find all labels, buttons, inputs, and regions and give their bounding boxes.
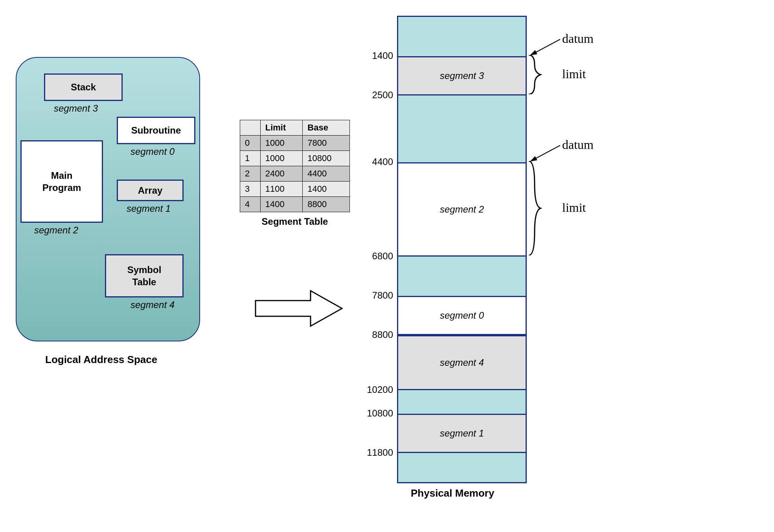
- segment-label: segment 0: [131, 146, 175, 157]
- segment-table: Limit Base 0 1000 7800 1 1000 10800 2 24…: [240, 120, 350, 212]
- physical-memory-bar: segment 3 segment 2 segment 0 segment 4 …: [397, 16, 527, 483]
- cell: 1: [240, 151, 261, 166]
- phys-tick: 6800: [360, 251, 393, 262]
- brace-icon: [527, 161, 542, 255]
- cell: 8800: [303, 197, 350, 212]
- col-base: Base: [303, 120, 350, 136]
- physical-slot-label: segment 3: [440, 70, 484, 81]
- physical-slot-segment-0: segment 0: [398, 296, 526, 335]
- physical-slot-segment-2: segment 2: [398, 162, 526, 257]
- brace-icon: [527, 55, 542, 94]
- segment-label: segment 1: [127, 203, 171, 214]
- cell: 4: [240, 197, 261, 212]
- cell: 1000: [260, 151, 303, 166]
- segment-table-wrap: Limit Base 0 1000 7800 1 1000 10800 2 24…: [240, 120, 350, 227]
- cell: 2: [240, 166, 261, 182]
- segment-label: segment 3: [54, 103, 98, 114]
- segment-box-main-program: MainProgram: [20, 140, 103, 223]
- table-row: 0 1000 7800: [240, 136, 350, 151]
- cell: 0: [240, 136, 261, 151]
- table-header-row: Limit Base: [240, 120, 350, 136]
- segment-box-symbol-table: SymbolTable: [105, 254, 184, 297]
- physical-memory-title: Physical Memory: [411, 487, 494, 499]
- physical-memory-wrap: segment 3 segment 2 segment 0 segment 4 …: [377, 16, 527, 491]
- segment-name: SymbolTable: [127, 264, 162, 288]
- phys-tick: 11800: [360, 447, 393, 458]
- phys-tick: 10800: [360, 408, 393, 419]
- segment-box-subroutine: Subroutine: [117, 117, 195, 144]
- cell: 3: [240, 182, 261, 197]
- phys-tick: 8800: [360, 329, 393, 340]
- annotation-limit-2: limit: [562, 200, 586, 215]
- cell: 4400: [303, 166, 350, 182]
- physical-slot-segment-4: segment 4: [398, 335, 526, 390]
- phys-tick: 2500: [360, 90, 393, 101]
- segment-name: Subroutine: [131, 125, 181, 136]
- cell: 1000: [260, 136, 303, 151]
- cell: 10800: [303, 151, 350, 166]
- physical-slot-label: segment 2: [440, 204, 484, 215]
- segment-label: segment 4: [131, 299, 175, 310]
- phys-tick: 1400: [360, 50, 393, 61]
- table-row: 4 1400 8800: [240, 197, 350, 212]
- phys-tick: 7800: [360, 290, 393, 301]
- segment-name: Stack: [71, 82, 96, 93]
- cell: 1100: [260, 182, 303, 197]
- physical-slot-label: segment 0: [440, 310, 484, 321]
- annotation-datum-2: datum: [562, 138, 594, 152]
- annotation-datum-1: datum: [562, 31, 594, 46]
- phys-tick: 10200: [360, 384, 393, 395]
- table-row: 3 1100 1400: [240, 182, 350, 197]
- phys-tick: 4400: [360, 156, 393, 167]
- physical-slot-segment-3: segment 3: [398, 56, 526, 95]
- col-index: [240, 120, 261, 136]
- segment-table-caption: Segment Table: [240, 216, 350, 227]
- segment-name: Array: [138, 185, 163, 196]
- mapping-arrow-icon: [252, 287, 346, 330]
- logical-address-space-title: Logical Address Space: [45, 354, 157, 366]
- annotation-limit-1: limit: [562, 67, 586, 81]
- physical-slot-label: segment 1: [440, 428, 484, 439]
- segment-box-array: Array: [117, 180, 184, 201]
- physical-slot-label: segment 4: [440, 357, 484, 368]
- cell: 7800: [303, 136, 350, 151]
- cell: 1400: [303, 182, 350, 197]
- segment-box-stack: Stack: [44, 73, 123, 101]
- segmentation-diagram: Stack segment 3 Subroutine segment 0 Mai…: [16, 16, 758, 516]
- physical-slot-segment-1: segment 1: [398, 414, 526, 453]
- cell: 1400: [260, 197, 303, 212]
- table-row: 1 1000 10800: [240, 151, 350, 166]
- segment-name: MainProgram: [42, 169, 81, 194]
- cell: 2400: [260, 166, 303, 182]
- segment-label: segment 2: [34, 225, 78, 236]
- table-row: 2 2400 4400: [240, 166, 350, 182]
- col-limit: Limit: [260, 120, 303, 136]
- logical-address-space-panel: Stack segment 3 Subroutine segment 0 Mai…: [16, 57, 200, 341]
